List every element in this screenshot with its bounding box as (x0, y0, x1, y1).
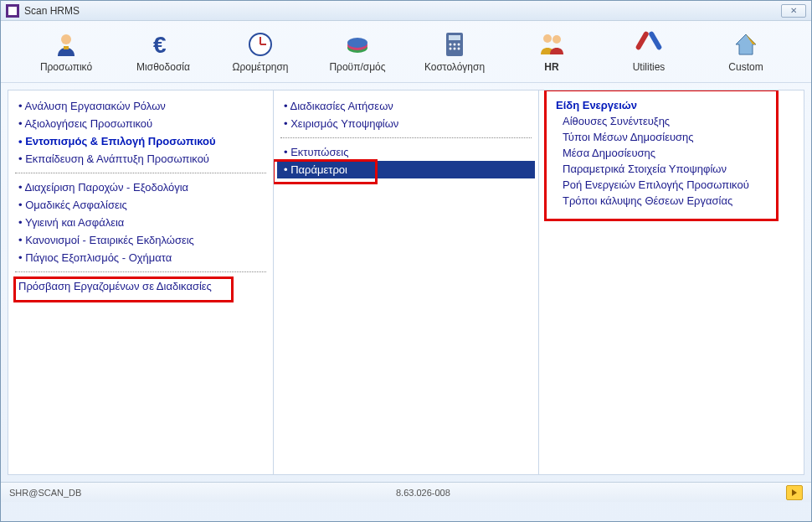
left-menu-g3: Πρόσβαση Εργαζομένων σε Διαδικασίες (12, 277, 270, 295)
menu-item-regulations[interactable]: Κανονισμοί - Εταιρικές Εκδηλώσεις (12, 231, 270, 249)
calculator-icon (441, 31, 468, 58)
separator (280, 137, 532, 138)
svg-point-20 (552, 35, 561, 44)
middle-panel: Διαδικασίες Αιτήσεων Χειρισμός Υποψηφίων… (273, 90, 539, 475)
statusbar: SHR@SCAN_DB 8.63.026-008 (1, 482, 811, 502)
toolbar-item-hr[interactable]: HR (503, 28, 600, 76)
svg-point-10 (347, 38, 367, 48)
menu-item-benefits[interactable]: Διαχείριση Παροχών - Εξοδολόγια (12, 178, 270, 196)
separator (15, 173, 266, 173)
toolbar-item-utilities[interactable]: Utilities (600, 28, 697, 76)
sub-item-candidate-params[interactable]: Παραμετρικά Στοιχεία Υποψηφίων (549, 161, 794, 177)
app-window: Scan HRMS ✕ Προσωπικό € Μισθοδοσία Ωρομέ… (0, 0, 812, 522)
svg-point-18 (458, 47, 460, 49)
svg-point-16 (450, 47, 452, 49)
svg-point-2 (61, 34, 71, 44)
main-toolbar: Προσωπικό € Μισθοδοσία Ωρομέτρηση Προϋπ/… (1, 21, 811, 83)
budget-icon (344, 31, 371, 58)
close-button[interactable]: ✕ (781, 4, 806, 18)
svg-point-17 (454, 47, 456, 49)
svg-point-19 (543, 34, 552, 43)
euro-icon: € (150, 31, 177, 58)
middle-menu: Διαδικασίες Αιτήσεων Χειρισμός Υποψηφίων (277, 97, 535, 132)
status-db: SHR@SCAN_DB (9, 488, 396, 498)
svg-text:€: € (153, 32, 167, 58)
toolbar-item-time[interactable]: Ωρομέτρηση (212, 28, 309, 76)
right-panel: Είδη Ενεργειών Αίθουσες Συνέντευξης Τύπο… (538, 90, 804, 475)
middle-menu-g2: Εκτυπώσεις Παράμετροι (277, 143, 535, 178)
svg-rect-22 (648, 31, 662, 50)
separator (15, 271, 266, 272)
left-menu-g2: Διαχείριση Παροχών - Εξοδολόγια Ομαδικές… (12, 178, 270, 266)
content-area: Ανάλυση Εργασιακών Ρόλων Αξιολογήσεις Πρ… (1, 83, 811, 482)
svg-point-15 (458, 43, 460, 45)
menu-item-recruitment[interactable]: Εντοπισμός & Επιλογή Προσωπικού (12, 132, 270, 150)
sub-item-rooms[interactable]: Αίθουσες Συνέντευξης (549, 113, 794, 129)
sub-item-flow[interactable]: Ροή Ενεργειών Επιλογής Προσωπικού (549, 177, 794, 193)
tools-icon (635, 31, 662, 58)
people-icon (538, 31, 565, 58)
toolbar-item-custom[interactable]: Custom (697, 28, 794, 76)
left-menu: Ανάλυση Εργασιακών Ρόλων Αξιολογήσεις Πρ… (12, 97, 270, 168)
sub-item-media-types[interactable]: Τύποι Μέσων Δημοσίευσης (549, 129, 794, 145)
menu-item-prints[interactable]: Εκτυπώσεις (277, 143, 535, 161)
menu-item-requests[interactable]: Διαδικασίες Αιτήσεων (277, 97, 535, 115)
right-header[interactable]: Είδη Ενεργειών (549, 97, 794, 113)
menu-item-insurance[interactable]: Ομαδικές Ασφαλίσεις (12, 196, 270, 214)
svg-rect-12 (449, 35, 460, 40)
clock-icon (247, 31, 274, 58)
menu-item-equipment[interactable]: Πάγιος Εξοπλισμός - Οχήματα (12, 249, 270, 266)
left-panel: Ανάλυση Εργασιακών Ρόλων Αξιολογήσεις Πρ… (8, 90, 274, 475)
menu-item-parameters[interactable]: Παράμετροι (277, 161, 535, 178)
next-button[interactable] (786, 485, 803, 500)
toolbar-item-personnel[interactable]: Προσωπικό (18, 28, 115, 76)
menu-item-training[interactable]: Εκπαίδευση & Ανάπτυξη Προσωπικού (12, 150, 270, 168)
svg-rect-21 (635, 31, 650, 50)
menu-item-evaluations[interactable]: Αξιολογήσεις Προσωπικού (12, 115, 270, 132)
menu-item-candidates[interactable]: Χειρισμός Υποψηφίων (277, 115, 535, 132)
close-icon: ✕ (790, 6, 797, 15)
window-title: Scan HRMS (24, 5, 781, 17)
menu-item-roles[interactable]: Ανάλυση Εργασιακών Ρόλων (12, 97, 270, 115)
toolbar-item-costing[interactable]: Κοστολόγηση (406, 28, 503, 76)
svg-rect-1 (8, 7, 17, 15)
menu-item-safety[interactable]: Υγιεινή και Ασφάλεια (12, 214, 270, 231)
arrow-right-icon (790, 488, 799, 497)
sub-item-media[interactable]: Μέσα Δημοσίευσης (549, 145, 794, 161)
svg-point-14 (454, 43, 456, 45)
toolbar-item-budget[interactable]: Προϋπ/σμός (309, 28, 406, 76)
menu-item-access[interactable]: Πρόσβαση Εργαζομένων σε Διαδικασίες (12, 277, 270, 295)
toolbar-item-payroll[interactable]: € Μισθοδοσία (115, 28, 212, 76)
svg-point-13 (450, 43, 452, 45)
person-icon (53, 31, 80, 58)
app-icon (6, 4, 19, 18)
home-icon (732, 31, 759, 58)
titlebar: Scan HRMS ✕ (1, 1, 811, 21)
status-version: 8.63.026-008 (396, 488, 783, 498)
sub-item-positions[interactable]: Τρόποι κάλυψης Θέσεων Εργασίας (549, 193, 794, 209)
svg-rect-3 (64, 46, 69, 49)
